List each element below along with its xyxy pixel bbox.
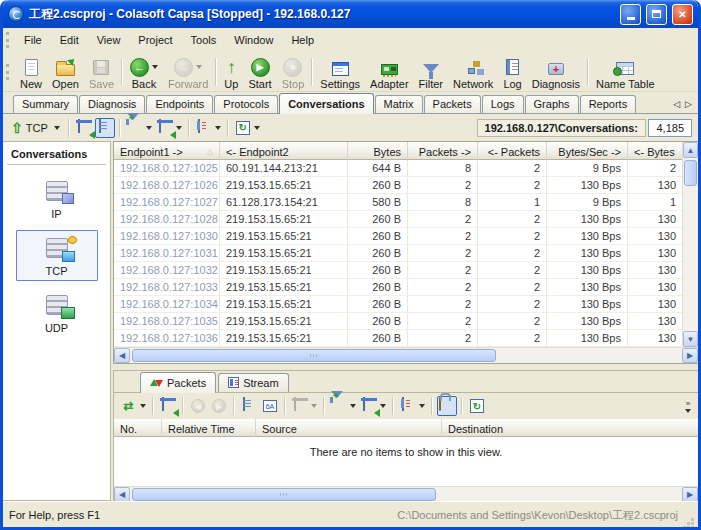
sidebar-item-udp[interactable]: UDP	[16, 287, 98, 338]
sidebar-item-tcp[interactable]: TCP	[16, 230, 98, 281]
column-header-packets-in[interactable]: <- Packets	[478, 142, 547, 160]
minimize-button[interactable]	[620, 4, 641, 25]
table-row[interactable]: 192.168.0.127:1035 219.153.15.65:21 260 …	[114, 313, 682, 330]
scroll-down-icon[interactable]: ▼	[683, 331, 698, 347]
close-button[interactable]: ✕	[672, 4, 693, 25]
scroll-left-icon[interactable]: ◀	[114, 348, 130, 363]
log-button[interactable]: Log	[498, 53, 526, 91]
up-button[interactable]: Up	[219, 53, 243, 91]
lock-scroll-button[interactable]	[437, 396, 457, 416]
scroll-right-icon[interactable]: ▶	[682, 348, 698, 363]
tab-logs[interactable]: Logs	[482, 95, 524, 113]
node-explorer-toggle-button[interactable]	[74, 118, 94, 138]
name-table-button[interactable]: Name Table	[591, 53, 660, 91]
table-row[interactable]: 192.168.0.127:1027 61.128.173.154:21 580…	[114, 194, 682, 211]
network-button[interactable]: Network	[448, 53, 498, 91]
tab-reports[interactable]: Reports	[580, 95, 637, 113]
menu-edit[interactable]: Edit	[51, 31, 88, 49]
column-header-bytes-in[interactable]: <- Bytes	[628, 142, 682, 160]
scroll-right-icon[interactable]: ▶	[682, 487, 698, 502]
tab-graphs[interactable]: Graphs	[525, 95, 579, 113]
table-row[interactable]: 192.168.0.127:1028 219.153.15.65:21 260 …	[114, 211, 682, 228]
column-header-bytessec-out[interactable]: Bytes/Sec ->	[547, 142, 628, 160]
column-header-bytes[interactable]: Bytes	[348, 142, 408, 160]
tab-packets-sub[interactable]: Packets	[140, 372, 216, 393]
start-button[interactable]: Start	[243, 53, 276, 91]
scroll-up-icon[interactable]: ▲	[683, 142, 698, 158]
tab-scroll-right-icon[interactable]: ▷	[685, 99, 692, 109]
column-header-endpoint1[interactable]: Endpoint1 ->	[114, 142, 220, 160]
toolbar-overflow-button[interactable]: »	[685, 400, 693, 413]
table-row[interactable]: 192.168.0.127:1025 60.191.144.213:21 644…	[114, 160, 682, 177]
tab-stream-sub[interactable]: Stream	[218, 373, 288, 392]
packet-filter-button[interactable]	[329, 396, 358, 416]
filter-button[interactable]: Filter	[414, 53, 448, 91]
back-button[interactable]: Back	[125, 53, 163, 91]
table-row[interactable]: 192.168.0.127:1034 219.153.15.65:21 260 …	[114, 296, 682, 313]
tab-endpoints[interactable]: Endpoints	[146, 95, 213, 113]
tab-summary[interactable]: Summary	[13, 95, 78, 113]
add-filter-button[interactable]	[125, 118, 154, 138]
resize-grip[interactable]	[682, 509, 695, 522]
table-row[interactable]: 192.168.0.127:1026 219.153.15.65:21 260 …	[114, 177, 682, 194]
table-row[interactable]: 192.168.0.127:1036 219.153.15.65:21 260 …	[114, 330, 682, 347]
column-header-relative-time[interactable]: Relative Time	[162, 419, 256, 437]
horizontal-scroll-thumb[interactable]	[132, 488, 436, 501]
toolbar-grip[interactable]	[6, 64, 11, 80]
app-icon[interactable]	[8, 6, 24, 22]
packet-explorer-button[interactable]	[158, 396, 178, 416]
tab-scroll-left-icon[interactable]: ◁	[673, 99, 680, 109]
toolbar-separator	[119, 119, 121, 137]
column-header-destination[interactable]: Destination	[442, 419, 698, 437]
column-header-packets-out[interactable]: Packets ->	[408, 142, 478, 160]
maximize-button[interactable]	[646, 4, 667, 25]
packet-columns-dropdown-icon	[419, 404, 425, 408]
columns-button[interactable]	[194, 118, 223, 138]
packet-locate-button[interactable]	[359, 396, 388, 416]
table-row[interactable]: 192.168.0.127:1033 219.153.15.65:21 260 …	[114, 279, 682, 296]
hex-decode-button[interactable]	[260, 396, 280, 416]
packet-order-button[interactable]	[119, 396, 148, 416]
status-bar: For Help, press F1 C:\Documents and Sett…	[3, 501, 698, 527]
back-dropdown-icon[interactable]	[152, 65, 158, 69]
adapter-button[interactable]: Adapter	[365, 53, 414, 91]
menu-view[interactable]: View	[88, 31, 130, 49]
menu-tools[interactable]: Tools	[182, 31, 226, 49]
node-selector-button[interactable]: TCP	[7, 118, 64, 138]
table-horizontal-scrollbar[interactable]: ◀ ▶	[114, 347, 698, 363]
column-header-endpoint2[interactable]: <- Endpoint2	[220, 142, 348, 160]
horizontal-scroll-thumb[interactable]	[132, 349, 496, 362]
locate-button[interactable]	[155, 118, 184, 138]
packet-summary-button[interactable]	[239, 396, 259, 416]
vertical-scroll-thumb[interactable]	[684, 160, 697, 186]
refresh-button[interactable]	[233, 118, 262, 138]
settings-button[interactable]: Settings	[315, 53, 365, 91]
details-view-button[interactable]	[95, 118, 115, 138]
table-row[interactable]: 192.168.0.127:1031 219.153.15.65:21 260 …	[114, 245, 682, 262]
scroll-left-icon[interactable]: ◀	[114, 487, 130, 502]
tab-matrix[interactable]: Matrix	[375, 95, 423, 113]
tab-diagnosis[interactable]: Diagnosis	[79, 95, 145, 113]
column-header-source[interactable]: Source	[256, 419, 442, 437]
table-vertical-scrollbar[interactable]: ▲ ▼	[682, 142, 698, 347]
sidebar-item-ip[interactable]: IP	[16, 173, 98, 224]
packet-refresh-button[interactable]	[467, 396, 487, 416]
packet-horizontal-scrollbar[interactable]: ◀ ▶	[114, 486, 698, 502]
tab-conversations[interactable]: Conversations	[279, 93, 373, 114]
tab-protocols[interactable]: Protocols	[214, 95, 278, 113]
menubar-grip[interactable]	[6, 32, 11, 48]
menu-file[interactable]: File	[15, 31, 51, 49]
open-button[interactable]: Open	[47, 53, 84, 91]
packet-columns-button[interactable]	[398, 396, 427, 416]
new-button[interactable]: New	[15, 53, 47, 91]
diagnosis-button[interactable]: Diagnosis	[527, 53, 585, 91]
column-header-no[interactable]: No.	[114, 419, 162, 437]
tab-packets[interactable]: Packets	[424, 95, 481, 113]
packet-copy-icon	[294, 397, 296, 411]
menu-project[interactable]: Project	[129, 31, 181, 49]
minimize-icon	[627, 17, 635, 20]
table-row[interactable]: 192.168.0.127:1030 219.153.15.65:21 260 …	[114, 228, 682, 245]
table-row[interactable]: 192.168.0.127:1032 219.153.15.65:21 260 …	[114, 262, 682, 279]
menu-help[interactable]: Help	[282, 31, 323, 49]
menu-window[interactable]: Window	[225, 31, 282, 49]
